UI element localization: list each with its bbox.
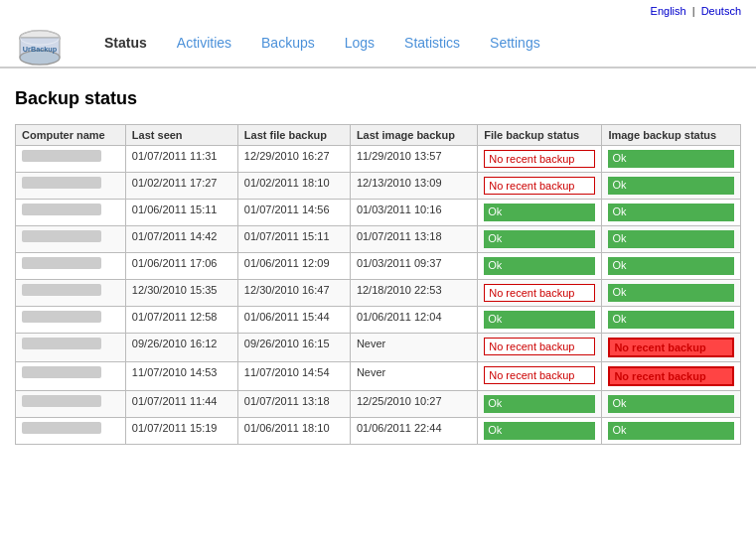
image-backup-status-badge: Ok [608,311,734,329]
cell-last-seen: 01/07/2011 11:31 [125,146,237,173]
cell-last-image-backup: 12/18/2010 22:53 [350,280,477,307]
table-row: 01/07/2011 11:4401/07/2011 13:1812/25/20… [16,391,741,418]
table-row: 01/07/2011 12:5801/06/2011 15:4401/06/20… [16,307,741,334]
nav-logs[interactable]: Logs [345,35,375,51]
computer-name-value [22,395,101,407]
table-row: 01/06/2011 15:1101/07/2011 14:5601/03/20… [16,200,741,226]
cell-last-file-backup: 12/30/2010 16:47 [237,280,350,307]
cell-file-backup-status: Ok [478,226,602,253]
computer-name-value [22,284,101,296]
main-nav: Status Activities Backups Logs Statistic… [104,35,540,59]
cell-image-backup-status: Ok [602,226,741,253]
cell-image-backup-status: Ok [602,391,741,418]
cell-computer-name [16,391,126,418]
cell-last-image-backup: 01/07/2011 13:18 [350,226,477,253]
cell-computer-name [16,307,126,334]
nav-activities[interactable]: Activities [177,35,231,51]
computer-name-value [22,204,101,215]
page-title: Backup status [15,88,741,109]
col-last-seen: Last seen [125,125,237,146]
cell-computer-name [16,280,126,307]
cell-last-image-backup: 11/29/2010 13:57 [350,146,477,173]
cell-image-backup-status: Ok [602,280,741,307]
nav-statistics[interactable]: Statistics [404,35,460,51]
file-backup-status-badge: Ok [484,422,595,440]
computer-name-value [22,257,101,269]
col-computer-name: Computer name [16,125,126,146]
image-backup-status-badge: Ok [608,422,734,440]
file-backup-status-badge: No recent backup [484,366,595,384]
cell-computer-name [16,334,126,362]
cell-file-backup-status: No recent backup [478,280,602,307]
cell-last-image-backup: Never [350,334,477,362]
col-image-backup-status: Image backup status [602,125,741,146]
cell-last-file-backup: 01/06/2011 12:09 [237,253,350,280]
cell-image-backup-status: No recent backup [602,362,741,391]
cell-last-file-backup: 01/07/2011 15:11 [237,226,350,253]
header: UrBackup Status Activities Backups Logs … [0,22,756,68]
file-backup-status-badge: No recent backup [484,150,595,168]
cell-file-backup-status: No recent backup [478,173,602,200]
backup-status-table: Computer name Last seen Last file backup… [15,124,741,445]
cell-last-image-backup: Never [350,362,477,391]
cell-last-seen: 11/07/2010 14:53 [125,362,237,391]
file-backup-status-badge: No recent backup [484,338,595,355]
table-row: 01/06/2011 17:0601/06/2011 12:0901/03/20… [16,253,741,280]
cell-computer-name [16,253,126,280]
main-content: Backup status Computer name Last seen La… [0,68,756,465]
table-row: 01/07/2011 11:3112/29/2010 16:2711/29/20… [16,146,741,173]
cell-image-backup-status: Ok [602,307,741,334]
cell-last-file-backup: 09/26/2010 16:15 [237,334,350,362]
cell-last-image-backup: 01/03/2011 09:37 [350,253,477,280]
image-backup-status-badge: Ok [608,177,734,195]
cell-last-seen: 01/07/2011 12:58 [125,307,237,334]
cell-file-backup-status: Ok [478,253,602,280]
cell-last-seen: 12/30/2010 15:35 [125,280,237,307]
cell-last-image-backup: 01/06/2011 22:44 [350,418,477,445]
nav-backups[interactable]: Backups [261,35,315,51]
image-backup-status-badge: Ok [608,204,734,221]
file-backup-status-badge: Ok [484,311,595,329]
cell-last-seen: 01/07/2011 11:44 [125,391,237,418]
cell-last-file-backup: 01/07/2011 14:56 [237,200,350,226]
cell-last-image-backup: 12/13/2010 13:09 [350,173,477,200]
image-backup-status-badge: Ok [608,284,734,302]
cell-last-seen: 01/02/2011 17:27 [125,173,237,200]
image-backup-status-badge: No recent backup [608,366,734,386]
table-row: 01/02/2011 17:2701/02/2011 18:1012/13/20… [16,173,741,200]
cell-last-file-backup: 01/02/2011 18:10 [237,173,350,200]
cell-image-backup-status: Ok [602,418,741,445]
col-last-file-backup: Last file backup [237,125,350,146]
deutsch-link[interactable]: Deutsch [701,5,741,17]
nav-status[interactable]: Status [104,35,147,51]
col-last-image-backup: Last image backup [350,125,477,146]
computer-name-value [22,177,101,189]
english-link[interactable]: English [651,5,686,17]
cell-computer-name [16,418,126,445]
cell-file-backup-status: Ok [478,418,602,445]
image-backup-status-badge: Ok [608,150,734,168]
cell-file-backup-status: No recent backup [478,362,602,391]
file-backup-status-badge: No recent backup [484,177,595,195]
cell-image-backup-status: Ok [602,173,741,200]
computer-name-value [22,338,101,349]
cell-last-seen: 01/06/2011 15:11 [125,200,237,226]
cell-file-backup-status: Ok [478,307,602,334]
file-backup-status-badge: Ok [484,257,595,275]
cell-last-file-backup: 01/06/2011 15:44 [237,307,350,334]
cell-image-backup-status: Ok [602,200,741,226]
cell-file-backup-status: No recent backup [478,334,602,362]
table-row: 01/07/2011 15:1901/06/2011 18:1001/06/20… [16,418,741,445]
cell-computer-name [16,200,126,226]
cell-last-file-backup: 11/07/2010 14:54 [237,362,350,391]
logo-icon: UrBackup [15,27,65,67]
file-backup-status-badge: No recent backup [484,284,595,302]
computer-name-value [22,422,101,434]
nav-settings[interactable]: Settings [490,35,540,51]
cell-last-file-backup: 12/29/2010 16:27 [237,146,350,173]
top-bar: English | Deutsch [0,0,756,22]
image-backup-status-badge: Ok [608,395,734,413]
cell-file-backup-status: No recent backup [478,146,602,173]
cell-file-backup-status: Ok [478,391,602,418]
col-file-backup-status: File backup status [478,125,602,146]
